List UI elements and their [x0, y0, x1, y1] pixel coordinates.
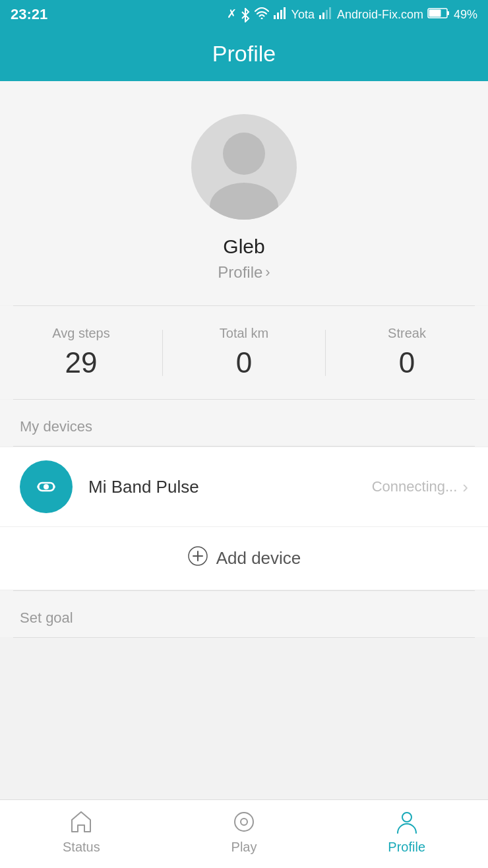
- svg-rect-11: [447, 11, 449, 15]
- svg-rect-17: [53, 485, 55, 488]
- svg-rect-5: [319, 15, 321, 19]
- carrier1: Yota: [291, 8, 315, 22]
- avatar[interactable]: [191, 114, 297, 220]
- signal-bars-1-icon: [273, 7, 288, 22]
- device-icon: [20, 460, 73, 513]
- battery-icon: [427, 7, 450, 22]
- home-icon: [67, 808, 95, 836]
- device-chevron-icon: ›: [462, 477, 468, 497]
- stat-avg-steps-label: Avg steps: [52, 326, 109, 341]
- svg-point-0: [260, 17, 262, 19]
- svg-rect-4: [284, 7, 286, 19]
- stat-streak-value: 0: [399, 346, 415, 379]
- profile-link[interactable]: Profile ›: [218, 263, 270, 282]
- app-header: Profile: [0, 29, 488, 81]
- stat-total-km: Total km 0: [163, 326, 325, 379]
- nav-profile-label: Profile: [388, 840, 425, 855]
- my-devices-section: My devices Mi Band Pulse Connecting... ›: [0, 400, 488, 591]
- nav-item-status[interactable]: Status: [0, 808, 163, 855]
- svg-rect-2: [277, 13, 279, 19]
- stat-avg-steps-value: 29: [65, 346, 98, 379]
- add-device-label: Add device: [216, 548, 301, 569]
- nav-status-label: Status: [63, 840, 100, 855]
- my-devices-label: My devices: [0, 400, 488, 446]
- stat-streak-label: Streak: [388, 326, 426, 341]
- battery-percent: 49%: [454, 8, 477, 22]
- signal-bars-2-icon: [319, 7, 333, 22]
- wifi-icon: [255, 7, 269, 22]
- nav-play-label: Play: [231, 840, 257, 855]
- stat-streak: Streak 0: [326, 326, 488, 379]
- status-bar: 23:21 ✗ Yota: [0, 0, 488, 29]
- svg-rect-8: [329, 7, 331, 19]
- bluetooth-icon: ✗: [227, 7, 251, 22]
- carrier2: Android-Fix.com: [337, 8, 423, 22]
- svg-rect-10: [429, 9, 441, 16]
- add-icon: [187, 545, 208, 571]
- svg-point-22: [241, 819, 247, 825]
- set-goal-label: Set goal: [0, 591, 488, 637]
- stats-section: Avg steps 29 Total km 0 Streak 0: [0, 306, 488, 399]
- device-status: Connecting... ›: [372, 477, 468, 497]
- svg-point-21: [235, 813, 253, 831]
- stat-avg-steps: Avg steps 29: [0, 326, 162, 379]
- device-row[interactable]: Mi Band Pulse Connecting... ›: [0, 447, 488, 527]
- device-name: Mi Band Pulse: [88, 477, 356, 497]
- time: 23:21: [11, 6, 47, 23]
- svg-point-13: [210, 183, 278, 220]
- user-name: Gleb: [223, 235, 264, 258]
- chevron-right-icon: ›: [265, 264, 270, 281]
- profile-nav-icon: [393, 808, 421, 836]
- nav-item-profile[interactable]: Profile: [325, 808, 488, 855]
- nav-item-play[interactable]: Play: [163, 808, 326, 855]
- status-bar-right: ✗ Yota: [227, 7, 477, 22]
- profile-section: Gleb Profile ›: [0, 81, 488, 305]
- svg-point-12: [223, 133, 265, 175]
- stat-total-km-value: 0: [236, 346, 252, 379]
- play-icon: [230, 808, 258, 836]
- svg-rect-6: [322, 13, 324, 19]
- svg-rect-3: [280, 10, 282, 19]
- svg-point-15: [44, 484, 49, 489]
- add-device-row[interactable]: Add device: [0, 527, 488, 590]
- svg-rect-7: [326, 10, 328, 19]
- page-title: Profile: [212, 41, 276, 66]
- svg-rect-1: [274, 15, 276, 19]
- svg-point-23: [402, 813, 412, 822]
- svg-rect-16: [37, 485, 40, 488]
- stat-total-km-label: Total km: [220, 326, 268, 341]
- bottom-nav: Status Play Profile: [0, 799, 488, 868]
- connecting-text: Connecting...: [372, 478, 458, 495]
